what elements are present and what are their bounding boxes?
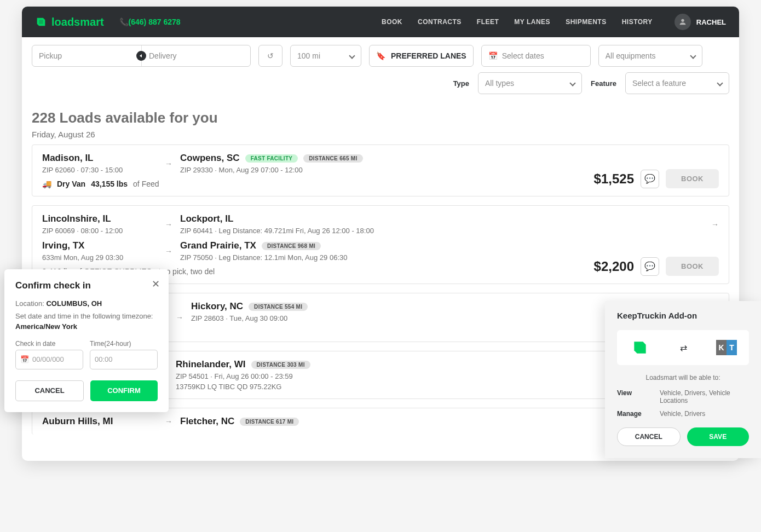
type-label: Type <box>453 79 469 88</box>
arrow-icon: → <box>711 220 719 229</box>
weight: 43,155 lbs <box>91 180 128 188</box>
filter-bar: Pickup Delivery ↺ 100 mi 🔖PREFERRED LANE… <box>22 37 739 67</box>
dest-sub: ZIP 54501 · Fri, Aug 26 00:00 - 23:59 <box>176 372 310 380</box>
dest-sub: ZIP 28603 · Tue, Aug 30 09:00 <box>191 314 308 322</box>
arrow-icon: → <box>165 417 172 426</box>
logo-icon <box>35 16 47 28</box>
preferred-lanes-button[interactable]: 🔖PREFERRED LANES <box>369 45 474 67</box>
brand-name: loadsmart <box>51 16 104 28</box>
modal-title: Confirm check in <box>15 280 158 291</box>
type-select[interactable]: All types <box>478 72 582 94</box>
nav-shipments[interactable]: SHIPMENTS <box>566 18 607 26</box>
permission-manage: ManageVehicle, Drivers <box>617 410 749 418</box>
user-menu[interactable]: RACHEL <box>668 14 726 30</box>
phone-number[interactable]: 📞(646) 887 6278 <box>119 18 181 26</box>
nav-mylanes[interactable]: MY LANES <box>514 18 550 26</box>
history-icon: ↺ <box>267 51 274 60</box>
avatar-icon <box>674 14 691 30</box>
modal-location: Location: COLUMBUS, OH <box>15 299 158 309</box>
origin-city: Auburn Hills, MI <box>42 416 157 427</box>
load-card[interactable]: Madison, IL ZIP 62060 · 07:30 - 15:00 → … <box>32 144 729 196</box>
origin-sub: ZIP 60069 · 08:00 - 12:00 <box>42 227 157 235</box>
loadsmart-logo-icon <box>629 339 651 356</box>
distance-badge: DISTANCE 617 MI <box>240 418 299 426</box>
feature-label: Feature <box>591 79 616 88</box>
integration-logos: ⇄ KT <box>617 330 749 365</box>
dest-city: Fletcher, NC <box>180 416 234 427</box>
distance-badge: DISTANCE 968 MI <box>262 242 321 250</box>
equipment-select[interactable]: All equipments <box>598 45 702 67</box>
equip-value: All equipments <box>606 51 656 60</box>
dates-placeholder: Select dates <box>502 51 544 60</box>
phone-text: (646) 887 6278 <box>129 18 181 26</box>
dest-city: Cowpens, SC <box>180 153 240 164</box>
leg2-origin-sub: 633mi Mon, Aug 29 03:30 <box>42 253 157 262</box>
book-button[interactable]: BOOK <box>666 169 719 188</box>
checkin-time-input[interactable]: 00:00 <box>90 350 158 369</box>
book-button[interactable]: BOOK <box>666 257 719 276</box>
arrow-icon: → <box>165 220 172 229</box>
equip-type: Dry Van <box>57 180 85 188</box>
brand-logo[interactable]: loadsmart <box>35 16 104 28</box>
distance-badge: DISTANCE 303 MI <box>251 361 310 369</box>
leg2-origin-city: Irving, TX <box>42 240 157 251</box>
stop-sub: ZIP 60441 · Leg Distance: 49.721mi Fri, … <box>180 227 704 235</box>
main-header: loadsmart 📞(646) 887 6278 BOOK CONTRACTS… <box>22 7 739 37</box>
sync-icon: ⇄ <box>680 343 687 353</box>
date-heading: Friday, August 26 <box>32 130 729 139</box>
chat-button[interactable]: 💬 <box>641 257 659 276</box>
feature-select[interactable]: Select a feature <box>625 72 729 94</box>
chevron-down-icon <box>690 53 696 59</box>
history-button[interactable]: ↺ <box>258 45 283 67</box>
pickup-placeholder: Pickup <box>39 51 134 60</box>
keeptruckin-logo-icon: KT <box>716 340 737 355</box>
addon-panel: KeepTruckin Add-on ⇄ KT Loadsmart will b… <box>605 301 761 458</box>
cancel-button[interactable]: CANCEL <box>15 380 84 401</box>
dest-sub: ZIP 29330 · Mon, Aug 29 07:00 - 12:00 <box>180 166 363 174</box>
chat-button[interactable]: 💬 <box>641 170 659 188</box>
origin-city: Lincolnshire, IL <box>42 213 157 224</box>
dest-city: Rhinelander, WI <box>176 359 246 370</box>
svg-point-0 <box>681 19 684 22</box>
modal-desc: Set date and time in the following timez… <box>15 311 158 332</box>
date-placeholder: 00/00/000 <box>32 355 64 363</box>
radius-select[interactable]: 100 mi <box>290 45 361 67</box>
panel-save-button[interactable]: SAVE <box>687 427 750 446</box>
page-heading: 228 Loads available for you <box>32 109 729 126</box>
cargo: of Feed <box>133 180 159 188</box>
main-nav: BOOK CONTRACTS FLEET MY LANES SHIPMENTS … <box>382 14 726 30</box>
pickup-delivery-input[interactable]: Pickup Delivery <box>32 45 251 67</box>
nav-fleet[interactable]: FLEET <box>477 18 499 26</box>
leg2-dest-city: Grand Prairie, TX <box>180 240 256 251</box>
arrow-icon: → <box>165 247 172 256</box>
panel-cancel-button[interactable]: CANCEL <box>617 427 681 446</box>
chevron-down-icon <box>717 80 723 86</box>
time-placeholder: 00:00 <box>95 355 113 363</box>
sub-filter-bar: Type All types Feature Select a feature <box>22 67 739 94</box>
nav-contracts[interactable]: CONTRACTS <box>418 18 462 26</box>
arrow-icon: → <box>176 313 183 322</box>
truck-icon: 🚚 <box>42 180 51 188</box>
user-name: RACHEL <box>696 18 726 26</box>
calendar-icon: 📅 <box>20 355 29 363</box>
cargo-details: 13759KD LQ TIBC QD 975.22KG <box>176 383 310 391</box>
close-button[interactable]: ✕ <box>152 278 160 290</box>
date-label: Check in date <box>15 340 83 348</box>
chevron-down-icon <box>349 53 355 59</box>
origin-city: Madison, IL <box>42 153 157 164</box>
checkin-modal: Confirm check in ✕ Location: COLUMBUS, O… <box>4 269 169 412</box>
leg2-dest-sub: ZIP 75050 · Leg Distance: 12.1mi Mon, Au… <box>180 253 347 262</box>
swap-icon[interactable] <box>136 51 146 61</box>
arrow-icon: → <box>165 159 172 168</box>
permission-view: ViewVehicle, Drivers, Vehicle Locations <box>617 389 749 404</box>
confirm-button[interactable]: CONFIRM <box>90 380 158 401</box>
date-picker[interactable]: 📅Select dates <box>481 45 591 67</box>
nav-history[interactable]: HISTORY <box>622 18 653 26</box>
radius-value: 100 mi <box>297 51 320 60</box>
phone-icon: 📞 <box>119 18 129 26</box>
dest-city: Hickory, NC <box>191 301 243 312</box>
panel-title: KeepTruckin Add-on <box>617 311 749 320</box>
checkin-date-input[interactable]: 📅00/00/000 <box>15 350 83 369</box>
nav-book[interactable]: BOOK <box>382 18 402 26</box>
time-label: Time(24-hour) <box>90 340 158 348</box>
